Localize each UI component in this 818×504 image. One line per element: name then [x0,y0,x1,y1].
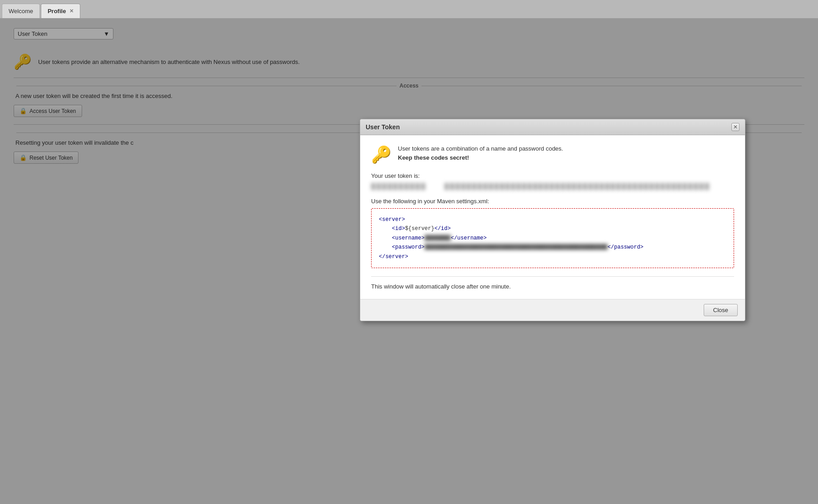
auto-close-text: This window will automatically close aft… [371,276,734,290]
tab-welcome-label: Welcome [9,8,33,15]
token-value: ██████████ █████████████████████████████… [371,183,734,190]
tab-bar: Welcome Profile ✕ [0,0,818,19]
modal-overlay: User Token ✕ 🔑 User tokens are a combina… [0,19,818,504]
xml-line-5: </server> [379,252,726,261]
modal-close-footer-button[interactable]: Close [704,304,738,316]
modal-body: 🔑 User tokens are a combination of a nam… [360,135,745,299]
xml-line-2: <id>${server}</id> [379,224,726,233]
xml-line-1: <server> [379,215,726,224]
modal-key-icon: 🔑 [371,145,392,164]
tab-profile-close[interactable]: ✕ [69,8,73,14]
modal-intro-text: User tokens are a combination of a name … [398,144,563,162]
tab-welcome[interactable]: Welcome [2,4,40,18]
modal-title: User Token [366,123,400,131]
close-x-icon: ✕ [733,124,738,130]
modal-close-button[interactable]: ✕ [731,123,740,131]
modal-footer: Close [360,299,745,321]
maven-label: Use the following in your Maven settings… [371,198,734,205]
modal-header: User Token ✕ [360,119,745,135]
xml-line-3: <username>████████</username> [379,234,726,243]
token-label: Your user token is: [371,172,734,179]
xml-code-box[interactable]: <server> <id>${server}</id> <username>██… [371,208,734,268]
tab-profile-label: Profile [48,8,66,15]
user-token-modal: User Token ✕ 🔑 User tokens are a combina… [360,119,745,321]
main-content: User Token ▼ 🔑 User tokens provide an al… [0,19,818,504]
modal-intro: 🔑 User tokens are a combination of a nam… [371,144,734,164]
xml-line-4: <password>██████████████████████████████… [379,243,726,252]
tab-profile[interactable]: Profile ✕ [41,4,80,18]
